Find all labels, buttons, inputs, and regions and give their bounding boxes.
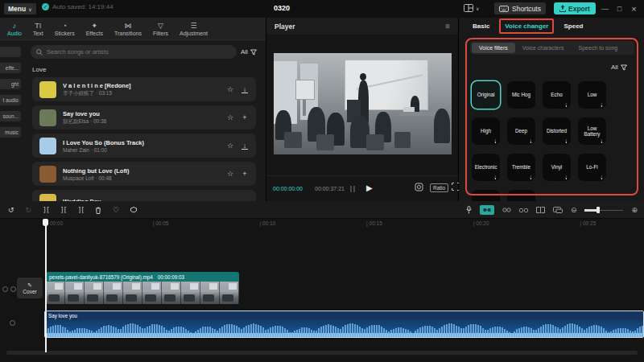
pause-icon[interactable] [350, 186, 355, 192]
mute-audio-track-icon[interactable] [10, 320, 15, 326]
search-input[interactable] [47, 48, 208, 56]
voice-filter-tile[interactable]: Low Battery ↓ [578, 117, 606, 145]
delete-icon[interactable] [95, 207, 101, 214]
display-mode-icon[interactable] [553, 207, 563, 213]
favorite-icon[interactable]: ☆ [226, 85, 234, 93]
settings-tab[interactable]: Speed [564, 23, 583, 30]
mirror-icon[interactable]: ♡ [113, 207, 119, 214]
export-button[interactable]: Export [554, 2, 596, 14]
audio-category-item[interactable]: t audio [0, 95, 21, 105]
player-menu-icon[interactable]: ≡ [445, 22, 450, 31]
song-card[interactable]: V a l e n t i n e [Redone] 辛子小姐拓了 · 03:1… [32, 77, 256, 101]
download-icon: ↓ [494, 174, 497, 179]
layout-switch-button[interactable]: ∨ [464, 4, 479, 12]
song-card[interactable]: Say love you 甜艺款Elsa · 00:38 ☆ + [32, 105, 256, 130]
cover-button[interactable]: ✎ Cover [17, 278, 43, 298]
split-view-icon[interactable] [536, 207, 545, 213]
song-card[interactable]: Nothing but Love (Lofi) Muspace Lofi · 0… [32, 162, 256, 186]
microphone-icon[interactable] [466, 206, 472, 214]
voice-filter-tile-partial[interactable] [472, 190, 500, 201]
maximize-button[interactable]: □ [613, 2, 625, 14]
playhead[interactable] [45, 219, 47, 352]
preview-axis-icon[interactable] [502, 207, 511, 213]
auto-snap-toggle[interactable] [480, 205, 494, 215]
audio-clip[interactable]: Say love you [44, 311, 644, 338]
add-to-track-icon[interactable]: + [241, 170, 249, 178]
voice-filter-tile[interactable]: Mic Hog [507, 81, 535, 109]
delete-right-icon[interactable]: ][ [77, 207, 84, 214]
add-to-track-icon[interactable]: + [241, 113, 249, 121]
audio-category-item[interactable] [0, 47, 21, 57]
audio-category-item[interactable]: ght [0, 79, 21, 89]
voice-filter-tile[interactable]: Distorted ↓ [543, 117, 571, 145]
close-button[interactable]: × [628, 2, 640, 14]
library-tab[interactable]: ♪ Audio [2, 22, 27, 36]
library-tab[interactable]: TI Text [27, 22, 49, 36]
flipchart-leg [303, 100, 305, 116]
mask-icon[interactable] [130, 207, 137, 214]
download-icon: ↓ [601, 138, 604, 143]
download-icon[interactable]: ↓ [241, 85, 249, 93]
voice-filter-all-button[interactable]: All [611, 64, 627, 71]
clip-thumbnail-frame [104, 282, 123, 304]
download-icon[interactable]: ↓ [241, 142, 249, 150]
voice-changer-subtab[interactable]: Voice characters [515, 43, 572, 53]
delete-left-icon[interactable]: ][ [60, 207, 67, 214]
ratio-button[interactable]: Ratio [430, 183, 448, 192]
library-tab[interactable]: ☰ Adjustment [174, 22, 213, 36]
audio-category-item[interactable]: effe... [0, 63, 21, 73]
voice-filter-tile-partial[interactable] [507, 190, 535, 201]
song-card[interactable]: I Love You So (Bonus Track) Maher Zain ·… [32, 134, 256, 158]
song-card[interactable]: Wedding Day [32, 190, 256, 201]
songs-filter-button[interactable]: All [241, 48, 257, 56]
voice-filter-tile[interactable]: Electronic ↓ [472, 154, 500, 181]
library-tab[interactable]: ◔ Stickers [49, 22, 80, 36]
shortcuts-button[interactable]: Shortcuts [494, 2, 546, 14]
download-icon: ↓ [530, 174, 533, 179]
redo-icon[interactable]: ↻ [26, 207, 32, 214]
minimize-button[interactable]: — [599, 2, 611, 14]
voice-filter-tile[interactable]: Low ↓ [578, 81, 606, 109]
favorite-icon[interactable]: ☆ [226, 113, 234, 121]
preview-quality-icon[interactable] [415, 183, 423, 191]
split-icon[interactable]: ][ [43, 207, 49, 214]
favorite-icon[interactable]: ☆ [226, 170, 234, 178]
total-timecode: 00:00:37:21 [315, 186, 345, 191]
download-icon: ↓ [565, 174, 568, 179]
settings-tab[interactable]: Basic [473, 23, 489, 30]
play-button[interactable]: ▶ [366, 183, 373, 192]
voice-filter-tile[interactable]: High ↓ [472, 117, 500, 145]
zoom-in-icon[interactable]: ⊕ [631, 206, 638, 214]
zoom-out-icon[interactable]: ⊖ [571, 206, 577, 214]
voice-filter-tile[interactable]: Echo ↓ [543, 81, 571, 109]
timeline-zoom-slider[interactable] [584, 207, 623, 213]
voice-filter-tile[interactable]: Tremble ↓ [507, 154, 535, 181]
voice-changer-subtab[interactable]: Voice filters [472, 43, 515, 53]
video-clip[interactable]: pexels-pavel-danilyuk-8716579 (Original)… [46, 272, 239, 304]
link-clips-icon[interactable] [519, 208, 528, 213]
timeline-horizontal-scrollbar[interactable] [6, 351, 638, 355]
voice-changer-subtab[interactable]: Speech to song [572, 43, 625, 53]
favorite-icon[interactable]: ☆ [226, 142, 234, 150]
audience-6 [434, 109, 450, 143]
mute-video-track-icon[interactable] [10, 286, 16, 292]
voice-filter-tile[interactable]: Original [472, 81, 500, 109]
audio-category-item[interactable]: music [0, 127, 21, 138]
voice-filter-tile[interactable]: Lo-Fi ↓ [578, 154, 606, 181]
library-tab[interactable]: ✦ Effects [80, 22, 109, 36]
toggle-track-visibility-icon[interactable] [2, 286, 8, 292]
undo-icon[interactable]: ↺ [8, 207, 14, 214]
player-controls: 00:00:00:00 00:00:37:21 ▶ Ratio [266, 175, 458, 201]
video-preview[interactable] [274, 53, 452, 154]
library-tab[interactable]: ⋈ Transitions [109, 22, 147, 36]
search-box[interactable] [31, 45, 237, 59]
voice-filter-tile[interactable]: Vinyl ↓ [543, 154, 571, 181]
menu-button[interactable]: Menu ∨ [4, 3, 36, 14]
timeline-ruler[interactable]: 00:00| 00:05| 00:10| 00:15| 00:20| 00:25 [0, 219, 644, 228]
settings-tab[interactable]: Voice changer [505, 23, 548, 30]
library-tab[interactable]: ▽ Filters [147, 22, 174, 36]
zoom-slider-handle[interactable] [597, 207, 600, 213]
voice-filter-tile[interactable]: Deep ↓ [507, 117, 535, 145]
audio-category-item[interactable]: soun... [0, 111, 21, 121]
audio-clip-header: Say love you [45, 311, 643, 319]
